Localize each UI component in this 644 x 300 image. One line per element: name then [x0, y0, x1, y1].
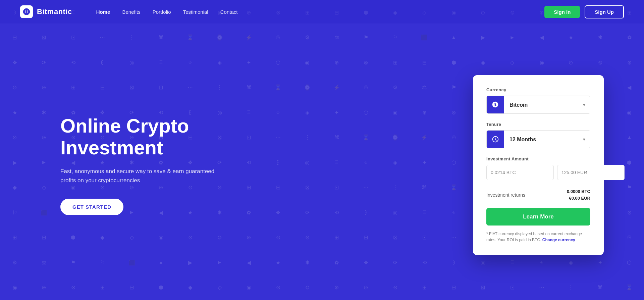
nav-left: Bitmantic Home Benefits Portfolio Testim…: [20, 5, 237, 18]
currency-select-wrapper: Bitcoin Ethereum Litecoin Ripple ▾: [486, 96, 590, 114]
clock-icon: [492, 136, 499, 143]
logo-icon: [20, 5, 33, 18]
fiat-note: * FIAT currency displayed based on curre…: [486, 231, 590, 243]
brand-name: Bitmantic: [37, 7, 72, 16]
currency-label: Currency: [486, 87, 590, 92]
tenure-label: Tenure: [486, 122, 590, 127]
returns-btc: 0.0000 BTC: [567, 188, 590, 195]
bitcoin-icon: [492, 101, 499, 108]
tenure-chevron-icon: ▾: [583, 137, 590, 142]
amount-section: Investment amount: [486, 156, 590, 180]
tenure-select-wrapper: 3 Months 6 Months 12 Months 24 Months ▾: [486, 130, 590, 148]
learn-more-button[interactable]: Learn More: [486, 208, 590, 226]
hero-title: Online Crypto Investment: [60, 115, 228, 159]
hero-section: Online Crypto Investment Fast, anonymous…: [60, 115, 228, 215]
change-currency-link[interactable]: Change currency: [542, 238, 575, 242]
returns-label: Investment returns: [486, 192, 525, 198]
currency-chevron-icon: ▾: [583, 102, 590, 107]
returns-value: 0.0000 BTC €0.00 EUR: [567, 188, 590, 201]
investment-card: Currency Bitcoin Ethereum Litecoin Rippl…: [473, 75, 604, 255]
signin-button[interactable]: Sign In: [544, 6, 580, 18]
navbar: Bitmantic Home Benefits Portfolio Testim…: [0, 0, 644, 23]
nav-link-portfolio[interactable]: Portfolio: [153, 9, 171, 15]
nav-link-contact[interactable]: Contact: [220, 9, 238, 15]
nav-link-home[interactable]: Home: [96, 9, 110, 15]
amount-eur-input[interactable]: [557, 165, 625, 180]
nav-links: Home Benefits Portfolio Testimonial Cont…: [96, 9, 238, 15]
currency-section: Currency Bitcoin Ethereum Litecoin Rippl…: [486, 87, 590, 114]
amount-btc-input[interactable]: [486, 165, 554, 180]
tenure-section: Tenure 3 Months 6 Months 12 Months 24 Mo…: [486, 122, 590, 148]
main-content: Online Crypto Investment Fast, anonymous…: [0, 23, 644, 300]
currency-select[interactable]: Bitcoin Ethereum Litecoin Ripple: [504, 97, 583, 112]
tenure-select[interactable]: 3 Months 6 Months 12 Months 24 Months: [504, 132, 583, 147]
amount-label: Investment amount: [486, 156, 590, 161]
nav-link-benefits[interactable]: Benefits: [122, 9, 140, 15]
get-started-button[interactable]: GET STARTED: [60, 199, 123, 215]
nav-link-testimonial[interactable]: Testimonial: [183, 9, 208, 15]
tenure-icon-box: [487, 131, 504, 148]
signup-button[interactable]: Sign Up: [585, 5, 624, 18]
hero-subtitle: Fast, anonymous and secure way to save &…: [60, 167, 228, 185]
bitcoin-icon-box: [487, 96, 504, 113]
nav-right: Sign In Sign Up: [544, 5, 624, 18]
logo-svg: [22, 8, 31, 16]
amount-row: [486, 165, 590, 180]
returns-row: Investment returns 0.0000 BTC €0.00 EUR: [486, 188, 590, 201]
returns-eur: €0.00 EUR: [567, 195, 590, 202]
